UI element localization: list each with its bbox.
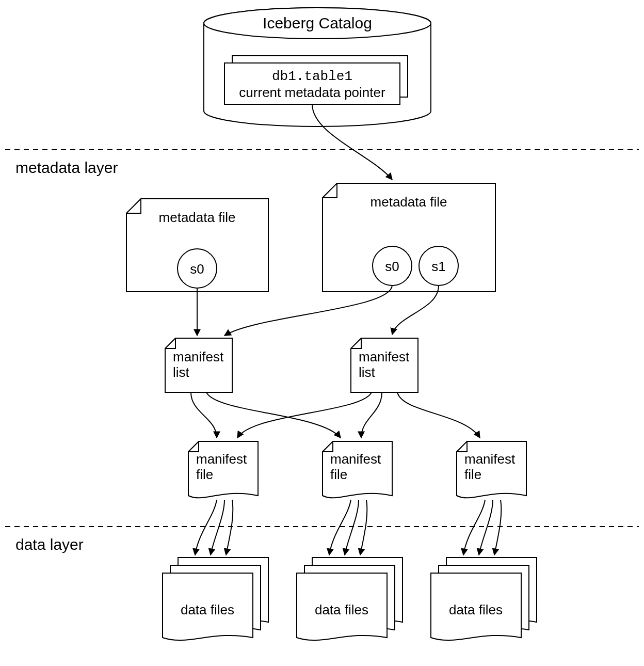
svg-text:manifest: manifest bbox=[173, 349, 224, 364]
metadata-layer-label: metadata layer bbox=[15, 159, 118, 176]
svg-text:manifest: manifest bbox=[359, 349, 410, 364]
catalog-cylinder: Iceberg Catalog db1.table1 current metad… bbox=[204, 8, 431, 126]
metadata-file-left-label: metadata file bbox=[159, 210, 236, 225]
svg-text:list: list bbox=[173, 364, 190, 380]
manifest-file-3: manifest file bbox=[457, 441, 526, 498]
arrow-s0-right-to-ml-left bbox=[224, 285, 392, 336]
snapshot-s0-right-label: s0 bbox=[385, 259, 399, 274]
data-files-3: data files bbox=[431, 558, 537, 640]
snapshot-s1-right-label: s1 bbox=[431, 259, 445, 274]
data-files-1-label: data files bbox=[181, 602, 234, 617]
catalog-table-name: db1.table1 bbox=[272, 69, 352, 84]
manifest-list-right: manifest list bbox=[351, 338, 418, 392]
manifest-file-1: manifest file bbox=[188, 441, 258, 498]
data-files-3-label: data files bbox=[449, 602, 503, 617]
arrow-ml-right-to-mf1 bbox=[237, 392, 372, 438]
svg-text:list: list bbox=[359, 364, 376, 380]
svg-text:manifest: manifest bbox=[330, 451, 381, 467]
data-files-2: data files bbox=[297, 558, 403, 640]
arrow-ml-left-to-mf1 bbox=[191, 392, 217, 438]
arrows-mf1-to-df1 bbox=[195, 500, 233, 555]
svg-text:file: file bbox=[464, 467, 481, 482]
metadata-file-left: metadata file s0 bbox=[126, 199, 268, 292]
data-layer-label: data layer bbox=[15, 536, 84, 553]
manifest-list-left: manifest list bbox=[165, 338, 232, 392]
arrow-ml-right-to-mf3 bbox=[397, 392, 480, 438]
arrow-s1-right-to-ml-right bbox=[392, 286, 439, 335]
catalog-title: Iceberg Catalog bbox=[263, 14, 372, 31]
catalog-pointer-label: current metadata pointer bbox=[239, 85, 385, 100]
svg-text:manifest: manifest bbox=[196, 451, 247, 467]
svg-text:file: file bbox=[330, 467, 347, 482]
arrows-mf2-to-df2 bbox=[329, 500, 367, 555]
data-files-1: data files bbox=[163, 558, 268, 640]
manifest-file-2: manifest file bbox=[323, 441, 392, 498]
svg-text:file: file bbox=[196, 467, 213, 482]
metadata-file-right: metadata file s0 s1 bbox=[323, 183, 495, 292]
metadata-file-right-label: metadata file bbox=[371, 194, 447, 210]
arrow-ml-left-to-mf2 bbox=[206, 392, 341, 438]
data-files-2-label: data files bbox=[315, 602, 368, 617]
svg-text:manifest: manifest bbox=[464, 451, 516, 467]
arrows-mf3-to-df3 bbox=[463, 500, 501, 555]
iceberg-architecture-diagram: metadata layer data layer Iceberg Catalo… bbox=[0, 0, 644, 666]
snapshot-s0-left-label: s0 bbox=[190, 261, 204, 277]
